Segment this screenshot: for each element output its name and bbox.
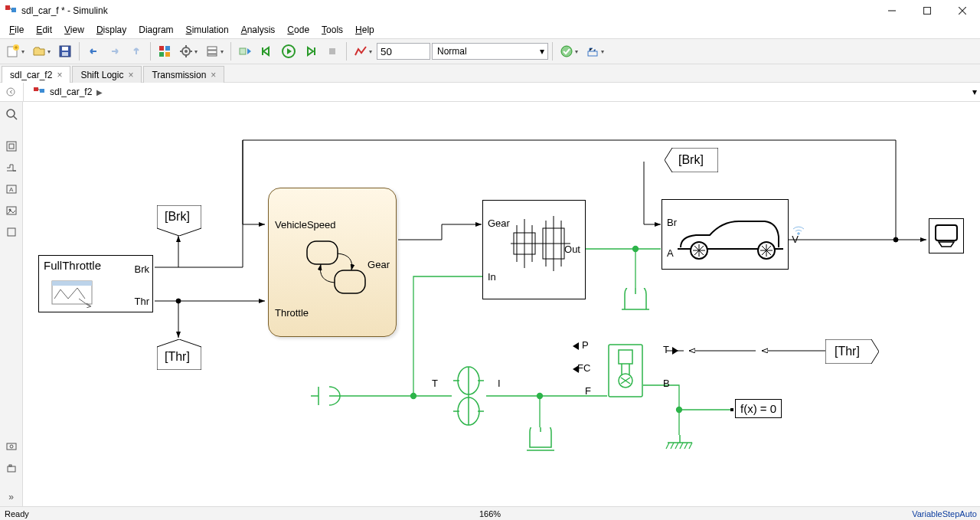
menu-code[interactable]: Code bbox=[281, 23, 315, 37]
library-browser-button[interactable] bbox=[155, 41, 175, 61]
tab-sdl-car[interactable]: sdl_car_f2× bbox=[2, 66, 70, 83]
svg-rect-62 bbox=[52, 281, 92, 286]
toggle-sample-time-button[interactable] bbox=[2, 159, 21, 177]
stop-button[interactable] bbox=[322, 41, 342, 61]
svg-rect-15 bbox=[165, 52, 170, 57]
window-minimize-button[interactable] bbox=[874, 0, 910, 21]
block-mech-ref-1[interactable] bbox=[620, 288, 651, 321]
step-forward-button[interactable] bbox=[301, 41, 321, 61]
viewmark-button[interactable] bbox=[2, 437, 21, 456]
menu-edit[interactable]: Edit bbox=[30, 23, 58, 37]
block-from-brk[interactable]: [Brk] bbox=[665, 148, 718, 175]
menu-display[interactable]: Display bbox=[90, 23, 132, 37]
zoom-fit-button[interactable] bbox=[2, 105, 21, 123]
open-button[interactable]: ▾ bbox=[29, 41, 54, 61]
gearbox-icon bbox=[511, 210, 570, 279]
menu-help[interactable]: Help bbox=[349, 23, 381, 37]
svg-point-40 bbox=[7, 110, 15, 117]
area-button[interactable] bbox=[2, 223, 21, 241]
update-diagram-button[interactable]: ▾ bbox=[557, 41, 581, 61]
menu-tools[interactable]: Tools bbox=[315, 23, 349, 37]
tab-shift-logic[interactable]: Shift Logic× bbox=[72, 66, 142, 83]
stop-time-input[interactable] bbox=[377, 43, 430, 60]
block-transmission[interactable]: Gear In Out bbox=[482, 200, 586, 299]
data-inspector-button[interactable]: ▾ bbox=[351, 41, 375, 61]
svg-rect-14 bbox=[159, 52, 164, 57]
status-solver[interactable]: VariableStepAuto bbox=[912, 509, 980, 518]
menu-analysis[interactable]: Analysis bbox=[235, 23, 282, 37]
car-icon bbox=[676, 214, 785, 263]
model-tabs: sdl_car_f2× Shift Logic× Transmission× bbox=[0, 64, 980, 83]
block-stateflow-shift-logic[interactable]: VehicleSpeed Throttle Gear bbox=[268, 188, 397, 337]
svg-point-34 bbox=[561, 46, 572, 57]
step-back-button[interactable] bbox=[256, 41, 276, 61]
block-mech-ref-3[interactable] bbox=[525, 427, 556, 460]
svg-rect-13 bbox=[165, 46, 170, 51]
new-model-button[interactable]: ▾ bbox=[3, 41, 28, 61]
menu-bar: File Edit View Display Diagram Simulatio… bbox=[0, 21, 980, 38]
svg-rect-10 bbox=[62, 47, 68, 51]
fit-to-view-button[interactable] bbox=[2, 137, 21, 155]
expand-palette-button[interactable]: » bbox=[2, 488, 21, 506]
diagram-canvas[interactable] bbox=[23, 102, 980, 506]
window-close-button[interactable] bbox=[945, 0, 980, 21]
status-zoom[interactable]: 166% bbox=[479, 509, 501, 518]
status-bar: Ready 166% VariableStepAuto bbox=[0, 506, 980, 520]
signal-builder-icon bbox=[51, 280, 93, 308]
canvas-palette: A » bbox=[0, 102, 23, 506]
block-from-thr[interactable]: [Thr] bbox=[825, 339, 879, 366]
menu-file[interactable]: File bbox=[3, 23, 30, 37]
block-solver-config[interactable]: f(x) = 0 bbox=[735, 399, 782, 418]
svg-line-105 bbox=[666, 443, 669, 449]
run-button[interactable] bbox=[278, 41, 299, 61]
model-explorer-button[interactable]: ▾ bbox=[202, 41, 227, 61]
menu-view[interactable]: View bbox=[58, 23, 90, 37]
nav-forward-button[interactable] bbox=[105, 41, 125, 61]
screenshot-button[interactable] bbox=[2, 459, 21, 477]
model-config-button[interactable]: ▾ bbox=[176, 41, 201, 61]
tab-transmission[interactable]: Transmission× bbox=[143, 66, 224, 83]
block-goto-brk[interactable]: [Brk] bbox=[157, 205, 201, 238]
block-mech-ref-2[interactable] bbox=[311, 384, 345, 412]
tab-close-icon[interactable]: × bbox=[57, 70, 62, 80]
image-button[interactable] bbox=[2, 201, 21, 220]
svg-rect-91 bbox=[936, 225, 957, 240]
triangle-port-icon bbox=[573, 342, 579, 350]
svg-rect-37 bbox=[34, 87, 38, 91]
nav-up-button[interactable] bbox=[126, 41, 146, 61]
breadcrumb-views-button[interactable]: ▾ bbox=[972, 87, 977, 97]
hide-nav-button[interactable] bbox=[3, 84, 18, 100]
svg-rect-68 bbox=[335, 270, 365, 293]
menu-diagram[interactable]: Diagram bbox=[132, 23, 179, 37]
block-goto-thr[interactable]: [Thr] bbox=[157, 339, 201, 372]
svg-rect-111 bbox=[730, 408, 733, 411]
svg-rect-25 bbox=[240, 48, 246, 54]
fast-restart-button[interactable] bbox=[235, 41, 255, 61]
nav-back-button[interactable] bbox=[83, 41, 103, 61]
breadcrumb-root[interactable]: sdl_car_f2 ▶ bbox=[28, 84, 107, 100]
annotation-button[interactable]: A bbox=[2, 180, 21, 198]
block-scope[interactable] bbox=[929, 218, 964, 253]
svg-rect-98 bbox=[609, 345, 642, 397]
svg-line-106 bbox=[671, 443, 674, 449]
save-button[interactable] bbox=[55, 41, 75, 61]
svg-rect-42 bbox=[7, 142, 16, 151]
block-signal-builder[interactable]: FullThrottle Brk Thr bbox=[38, 255, 153, 312]
block-torque-converter[interactable] bbox=[450, 362, 487, 432]
tab-close-icon[interactable]: × bbox=[128, 70, 133, 80]
model-icon bbox=[33, 86, 45, 98]
svg-line-41 bbox=[14, 116, 17, 119]
window-maximize-button[interactable] bbox=[910, 0, 945, 21]
menu-simulation[interactable]: Simulation bbox=[180, 23, 235, 37]
block-ground-ref[interactable] bbox=[665, 435, 695, 459]
svg-rect-12 bbox=[159, 46, 164, 51]
svg-rect-38 bbox=[40, 89, 44, 93]
svg-rect-0 bbox=[5, 5, 10, 10]
svg-point-36 bbox=[7, 88, 15, 96]
block-engine[interactable] bbox=[608, 344, 643, 400]
build-button[interactable]: ▾ bbox=[583, 41, 607, 61]
simulation-mode-select[interactable]: Normal▾ bbox=[432, 43, 548, 60]
block-vehicle-body[interactable]: Br A V bbox=[662, 199, 789, 270]
tab-close-icon[interactable]: × bbox=[211, 70, 216, 80]
toolstrip: ▾ ▾ ▾ ▾ ▾ Normal▾ ▾ ▾ bbox=[0, 38, 980, 64]
